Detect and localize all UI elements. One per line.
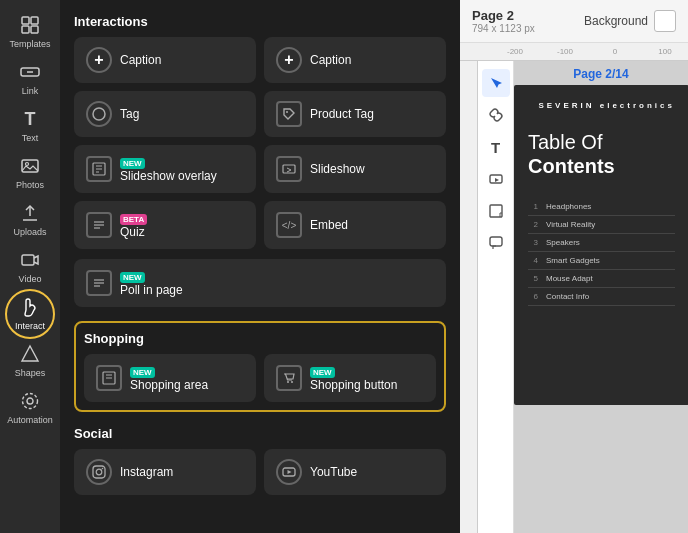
sidebar-item-templates[interactable]: Templates [3,8,57,55]
embed-label: Embed [310,218,348,232]
canvas-body: T Page 2/14 SEVERIN electronics Table Of… [460,61,688,533]
sidebar-item-uploads[interactable]: Uploads [3,196,57,243]
shopping-area-button[interactable]: NEW Shopping area [84,354,256,402]
poll-badge: NEW [120,272,145,283]
link-tool[interactable] [482,101,510,129]
background-label: Background [584,14,648,28]
poll-section: NEW Poll in page [60,259,460,317]
slideshow-button[interactable]: Slideshow [264,145,446,193]
canvas-tools: T [478,61,514,533]
quiz-label: Quiz [120,225,145,239]
youtube-icon [276,459,302,485]
shopping-button-label: Shopping button [310,378,397,392]
sidebar-item-interact[interactable]: Interact [3,290,57,337]
slideshow-overlay-button[interactable]: NEW Slideshow overlay [74,145,256,193]
ruler-tick: -200 [490,47,540,56]
toc-num: 1 [528,202,538,211]
vertical-ruler [460,61,478,533]
svg-rect-6 [22,160,38,172]
toc-item: 2 Virtual Reality [528,216,675,234]
sidebar-item-label: Text [22,133,39,143]
social-section-title: Social [60,422,460,449]
toc-title: Table Of Contents [528,130,675,178]
slideshow-overlay-label: Slideshow overlay [120,169,217,183]
slideshow-overlay-badge: NEW [120,158,145,169]
svg-marker-10 [22,346,38,361]
youtube-label: YouTube [310,465,357,479]
embed-button[interactable]: </> Embed [264,201,446,249]
svg-rect-3 [31,26,38,33]
svg-rect-0 [22,17,29,24]
horizontal-ruler: -200 -100 0 100 200 [460,43,688,61]
caption2-icon: + [276,47,302,73]
instagram-button[interactable]: Instagram [74,449,256,495]
toc-label: Contact Info [546,292,589,301]
sidebar-item-label: Uploads [13,227,46,237]
sidebar-item-shapes[interactable]: Shapes [3,337,57,384]
shape-tool[interactable] [482,197,510,225]
toc-heading-light: Table Of [528,131,602,153]
sidebar-item-automation[interactable]: Automation [3,384,57,431]
embed-icon: </> [276,212,302,238]
shopping-area-icon [96,365,122,391]
youtube-button[interactable]: YouTube [264,449,446,495]
text-icon: T [19,108,41,130]
toc-label: Smart Gadgets [546,256,600,265]
ruler-tick: 100 [640,47,688,56]
background-swatch[interactable] [654,10,676,32]
interactions-grid: + Caption + Caption Tag Product Tag [60,37,460,259]
page-dimensions: 794 x 1123 px [472,23,535,34]
shopping-grid: NEW Shopping area NEW Shopping button [84,354,436,402]
sidebar-item-label: Photos [16,180,44,190]
quiz-badge: BETA [120,214,147,225]
shopping-section-title: Shopping [84,331,436,346]
svg-point-29 [287,381,289,383]
svg-point-12 [23,394,38,409]
sidebar-item-link[interactable]: Link [3,55,57,102]
toc-list: 1 Headphones 2 Virtual Reality 3 Speaker… [528,198,675,306]
templates-icon [19,14,41,36]
page-info: Page 2 794 x 1123 px [472,8,535,34]
tag-icon [86,101,112,127]
sidebar-item-video[interactable]: Video [3,243,57,290]
ruler-tick: -100 [540,47,590,56]
tag-label: Tag [120,107,139,121]
shopping-button-btn[interactable]: NEW Shopping button [264,354,436,402]
select-tool[interactable] [482,69,510,97]
interactions-panel: Interactions + Caption + Caption Tag Pro… [60,0,460,533]
toc-num: 6 [528,292,538,301]
caption2-button[interactable]: + Caption [264,37,446,83]
comment-tool[interactable] [482,229,510,257]
toc-heading-bold: Contents [528,155,615,177]
media-tool[interactable] [482,165,510,193]
canvas-area: Page 2 794 x 1123 px Background -200 -10… [460,0,688,533]
link-icon [19,61,41,83]
text-tool[interactable]: T [482,133,510,161]
slideshow-overlay-label-wrap: NEW Slideshow overlay [120,155,217,183]
sidebar-item-photos[interactable]: Photos [3,149,57,196]
svg-point-14 [286,111,288,113]
instagram-icon [86,459,112,485]
toc-item: 5 Mouse Adapt [528,270,675,288]
shopping-button-icon [276,365,302,391]
tag-button[interactable]: Tag [74,91,256,137]
toc-num: 5 [528,274,538,283]
sidebar-item-label: Video [19,274,42,284]
ruler-numbers: -200 -100 0 100 200 [460,43,688,60]
product-tag-button[interactable]: Product Tag [264,91,446,137]
video-icon [19,249,41,271]
product-tag-label: Product Tag [310,107,374,121]
interact-icon [19,296,41,318]
svg-point-33 [102,468,104,470]
quiz-button[interactable]: BETA Quiz [74,201,256,249]
brand-text: SEVERIN electronics [528,101,675,110]
background-control: Background [584,10,676,32]
poll-button[interactable]: NEW Poll in page [74,259,446,307]
caption1-button[interactable]: + Caption [74,37,256,83]
sidebar-item-text[interactable]: T Text [3,102,57,149]
ruler-tick: 0 [590,47,640,56]
caption2-label: Caption [310,53,351,67]
automation-icon [19,390,41,412]
uploads-icon [19,202,41,224]
svg-rect-2 [22,26,29,33]
